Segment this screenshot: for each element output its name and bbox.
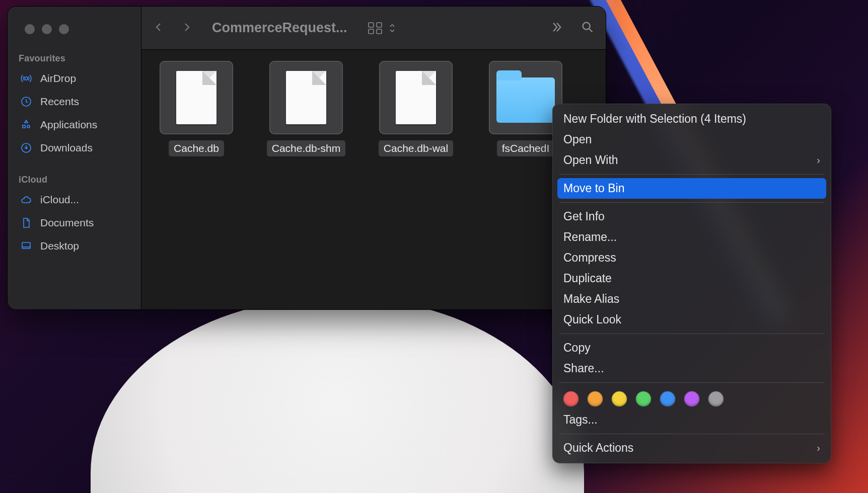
tag-blue[interactable] <box>660 391 675 406</box>
ctx-separator <box>559 434 824 434</box>
forward-button[interactable] <box>181 20 193 37</box>
chevron-right-icon: › <box>817 154 820 166</box>
ctx-get-info[interactable]: Get Info <box>557 206 826 227</box>
file-grid: Cache.db Cache.db-shm Cache.db-wal fsCac… <box>141 50 606 309</box>
ctx-item-label: Rename... <box>563 230 617 244</box>
ctx-item-label: Copy <box>563 341 591 355</box>
apps-icon <box>20 118 33 131</box>
sidebar-item-label: Recents <box>40 96 79 108</box>
ctx-tag-colors <box>557 386 826 409</box>
ctx-item-label: Open With <box>563 153 618 167</box>
chevron-right-icon: › <box>817 442 820 454</box>
file-label: Cache.db <box>169 140 224 156</box>
back-button[interactable] <box>153 20 165 37</box>
desktop-icon <box>20 239 33 253</box>
window-title: CommerceRequest... <box>212 20 347 36</box>
ctx-item-label: Share... <box>563 362 604 375</box>
ctx-item-label: Make Alias <box>563 292 619 306</box>
file-label: Cache.db-shm <box>267 140 346 156</box>
sidebar: Favourites AirDrop Recents Applications … <box>8 7 141 309</box>
svg-point-8 <box>583 22 590 29</box>
sidebar-item-downloads[interactable]: Downloads <box>14 137 135 158</box>
ctx-item-label: New Folder with Selection (4 Items) <box>563 112 746 126</box>
ctx-make-alias[interactable]: Make Alias <box>557 289 826 309</box>
airdrop-icon <box>20 72 33 85</box>
tag-red[interactable] <box>563 391 578 406</box>
ctx-item-label: Quick Actions <box>563 441 633 455</box>
sidebar-item-airdrop[interactable]: AirDrop <box>14 68 135 89</box>
ctx-open-with[interactable]: Open With › <box>557 150 826 171</box>
sidebar-item-documents[interactable]: Documents <box>14 212 135 233</box>
ctx-item-label: Get Info <box>563 210 605 223</box>
cloud-icon <box>20 193 33 206</box>
file-icon <box>379 61 453 134</box>
svg-point-0 <box>25 77 28 80</box>
more-button[interactable] <box>549 20 563 36</box>
ctx-item-label: Move to Bin <box>563 182 624 195</box>
sidebar-item-label: Downloads <box>40 142 93 154</box>
ctx-item-label: Open <box>563 133 592 146</box>
ctx-rename[interactable]: Rename... <box>557 227 826 248</box>
chevron-updown-icon <box>389 23 396 33</box>
file-label: Cache.db-wal <box>379 140 453 156</box>
ctx-item-label: Tags... <box>563 413 598 427</box>
window-controls <box>14 14 135 48</box>
sidebar-item-label: AirDrop <box>40 72 76 85</box>
nav-buttons <box>153 20 193 37</box>
search-button[interactable] <box>581 20 595 36</box>
ctx-move-to-bin[interactable]: Move to Bin <box>557 178 826 199</box>
finder-window: Favourites AirDrop Recents Applications … <box>7 6 606 310</box>
ctx-item-label: Duplicate <box>563 272 612 285</box>
ctx-item-label: Quick Look <box>563 313 621 326</box>
ctx-new-folder-selection[interactable]: New Folder with Selection (4 Items) <box>557 109 826 129</box>
file-item[interactable]: Cache.db-shm <box>269 61 343 156</box>
svg-rect-5 <box>377 23 382 27</box>
file-item[interactable]: Cache.db <box>160 61 233 156</box>
download-icon <box>20 141 33 154</box>
ctx-separator <box>559 174 824 175</box>
sidebar-item-applications[interactable]: Applications <box>14 114 135 135</box>
ctx-item-label: Compress <box>563 251 616 265</box>
sidebar-item-recents[interactable]: Recents <box>14 91 135 112</box>
ctx-duplicate[interactable]: Duplicate <box>557 268 826 289</box>
file-label: fsCachedI <box>497 140 555 156</box>
sidebar-item-label: iCloud... <box>40 194 79 206</box>
sidebar-item-desktop[interactable]: Desktop <box>14 235 135 257</box>
tag-orange[interactable] <box>588 391 603 406</box>
finder-main: CommerceRequest... Cache.db Cache.db-shm <box>141 7 606 309</box>
clock-icon <box>20 95 33 108</box>
svg-rect-3 <box>22 242 30 249</box>
tag-gray[interactable] <box>708 391 724 406</box>
wallpaper-accent <box>91 297 584 493</box>
tag-green[interactable] <box>636 391 651 406</box>
svg-rect-4 <box>369 23 374 27</box>
tag-purple[interactable] <box>684 391 699 406</box>
ctx-open[interactable]: Open <box>557 129 826 150</box>
ctx-quick-look[interactable]: Quick Look <box>557 309 826 330</box>
file-icon <box>160 61 233 134</box>
sidebar-item-icloud[interactable]: iCloud... <box>14 189 135 210</box>
maximize-button[interactable] <box>59 24 69 34</box>
sidebar-item-label: Desktop <box>40 240 79 252</box>
context-menu: New Folder with Selection (4 Items) Open… <box>552 104 831 463</box>
close-button[interactable] <box>25 24 35 34</box>
view-switcher[interactable] <box>368 22 396 35</box>
toolbar: CommerceRequest... <box>141 7 606 50</box>
ctx-copy[interactable]: Copy <box>557 338 826 358</box>
ctx-share[interactable]: Share... <box>557 358 826 379</box>
doc-icon <box>20 216 33 229</box>
ctx-separator <box>559 202 824 203</box>
sidebar-section-icloud: iCloud <box>14 172 135 187</box>
sidebar-item-label: Applications <box>40 119 97 131</box>
file-item[interactable]: Cache.db-wal <box>379 61 453 156</box>
ctx-compress[interactable]: Compress <box>557 248 826 268</box>
folder-icon <box>489 61 562 134</box>
tag-yellow[interactable] <box>612 391 627 406</box>
ctx-separator <box>559 382 824 383</box>
sidebar-item-label: Documents <box>40 217 94 229</box>
minimize-button[interactable] <box>42 24 52 34</box>
ctx-quick-actions[interactable]: Quick Actions › <box>557 438 826 458</box>
file-item[interactable]: fsCachedI <box>489 61 562 156</box>
ctx-tags[interactable]: Tags... <box>557 409 826 430</box>
svg-rect-6 <box>369 29 374 34</box>
